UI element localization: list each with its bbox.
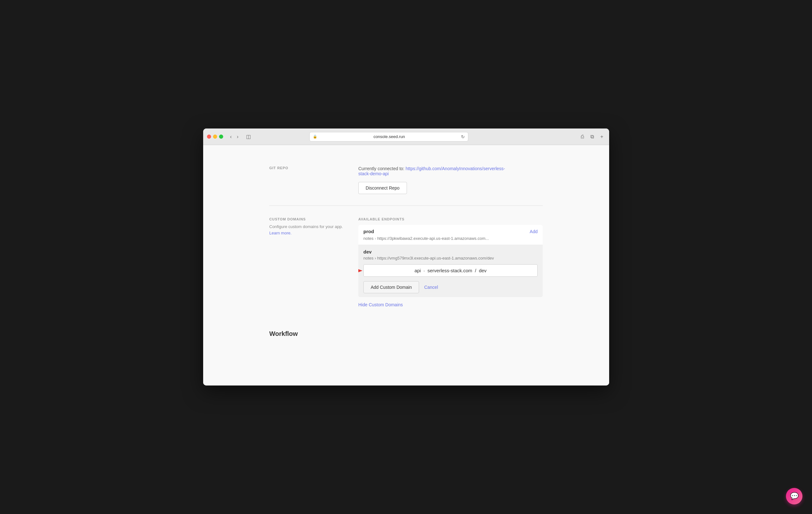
arrow-indicator [358,266,364,276]
domain-actions: Add Custom Domain Cancel [364,281,538,293]
prod-endpoint-row: prod Add notes › https://3pkwibawa2.exec… [358,225,543,245]
sidebar-toggle-button[interactable]: ◫ [244,132,253,141]
add-tab-button[interactable]: + [598,133,605,141]
git-repo-label-text: GIT REPO [269,166,346,170]
url-display: console.seed.run [319,134,459,139]
dev-endpoint-url: notes › https://vmg579mx3l.execute-api.u… [364,256,538,260]
nav-buttons: ‹ › [228,133,241,141]
prod-endpoint-name: prod [364,229,374,234]
share-button[interactable]: ⎙ [579,133,586,141]
maximize-button[interactable] [219,135,223,139]
connected-text: Currently connected to: https://github.c… [358,166,543,176]
toolbar-actions: ⎙ ⧉ + [579,133,605,141]
custom-domains-label: CUSTOM DOMAINS Configure custom domains … [269,217,346,307]
prod-endpoint-url: notes › https://3pkwibawa2.execute-api.u… [358,235,543,245]
dev-endpoint-name: dev [364,249,372,254]
hide-custom-domains-link[interactable]: Hide Custom Domains [358,302,543,307]
custom-domains-label-text: CUSTOM DOMAINS [269,217,346,221]
prod-endpoint-header: prod Add [358,225,543,235]
available-endpoints-label: AVAILABLE ENDPOINTS [358,217,543,221]
browser-content: GIT REPO Currently connected to: https:/… [203,145,609,385]
chat-button[interactable]: 💬 [786,488,803,505]
add-custom-domain-button[interactable]: Add Custom Domain [364,281,419,293]
cancel-button[interactable]: Cancel [424,285,438,290]
dev-endpoint-section: dev notes › https://vmg579mx3l.execute-a… [358,245,543,297]
domain-input-field[interactable] [364,264,538,277]
git-repo-section: GIT REPO Currently connected to: https:/… [269,154,543,206]
back-button[interactable]: ‹ [228,133,234,141]
disconnect-repo-button[interactable]: Disconnect Repo [358,182,407,194]
dev-endpoint-header: dev [364,249,538,254]
domain-input-row [364,264,538,277]
minimize-button[interactable] [213,135,217,139]
browser-window: ‹ › ◫ 🔒 console.seed.run ↻ ⎙ ⧉ + GIT REP… [203,128,609,385]
endpoints-container: prod Add notes › https://3pkwibawa2.exec… [358,225,543,297]
new-tab-button[interactable]: ⧉ [588,133,596,141]
workflow-section: Workflow [269,319,543,344]
forward-button[interactable]: › [235,133,240,141]
close-button[interactable] [207,135,211,139]
traffic-lights [207,135,223,139]
workflow-title: Workflow [269,330,543,338]
custom-domains-desc: Configure custom domains for your app. L… [269,224,346,236]
chat-icon: 💬 [790,492,799,500]
browser-toolbar: ‹ › ◫ 🔒 console.seed.run ↻ ⎙ ⧉ + [203,128,609,145]
git-repo-label: GIT REPO [269,166,346,194]
git-repo-content: Currently connected to: https://github.c… [358,166,543,194]
custom-domains-desc-text: Configure custom domains for your app. [269,224,343,229]
learn-more-link[interactable]: Learn more. [269,231,292,235]
prod-add-button[interactable]: Add [530,229,538,234]
custom-domains-content: AVAILABLE ENDPOINTS prod Add notes › htt… [358,217,543,307]
refresh-button[interactable]: ↻ [461,134,465,139]
custom-domains-section: CUSTOM DOMAINS Configure custom domains … [269,206,543,319]
connected-prefix: Currently connected to: [358,166,404,171]
lock-icon: 🔒 [313,135,317,139]
page-container: GIT REPO Currently connected to: https:/… [250,145,562,363]
address-bar[interactable]: 🔒 console.seed.run ↻ [309,132,468,142]
arrow-icon [358,266,364,276]
